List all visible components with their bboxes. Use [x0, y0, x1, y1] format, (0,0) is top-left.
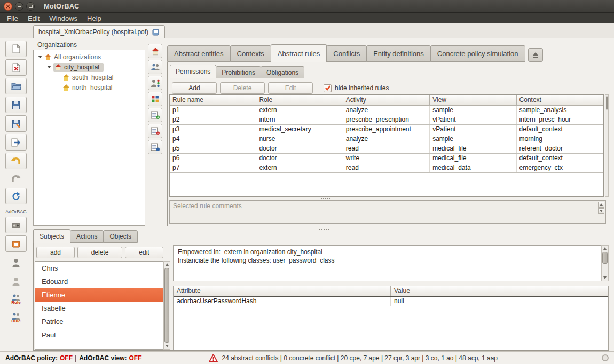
subject-item-paul[interactable]: Paul — [35, 328, 170, 342]
column-header-rule-name[interactable]: Rule name — [170, 95, 256, 106]
tab-contexts[interactable]: Contexts — [230, 45, 271, 62]
rule-row-p1[interactable]: p1 extern analyze sample sample_analysis — [170, 106, 603, 115]
rule-row-p6[interactable]: p6 doctor write medical_file default_con… — [170, 154, 603, 163]
redo-button[interactable] — [5, 170, 27, 187]
add-subject-button[interactable]: add — [36, 247, 75, 258]
maximize-button[interactable] — [26, 2, 35, 11]
rules-table-scrollbar[interactable] — [605, 94, 609, 197]
tree-item-city-hospital[interactable]: city_hospital — [34, 62, 145, 72]
minimize-button[interactable] — [15, 2, 23, 11]
delete-subject-button[interactable]: delete — [77, 247, 122, 258]
undo-button[interactable] — [5, 153, 27, 169]
column-header-view[interactable]: View — [430, 95, 516, 106]
column-header-attribute[interactable]: Attribute — [174, 286, 391, 296]
delete-rule-button[interactable]: Delete — [220, 82, 265, 94]
splitter-handle[interactable] — [319, 228, 329, 231]
column-header-context[interactable]: Context — [517, 95, 603, 106]
tree-item-all-organizations[interactable]: All organizations — [34, 52, 145, 62]
organization-icon — [62, 84, 70, 91]
scroll-down-arrow[interactable] — [164, 343, 170, 349]
attribute-row[interactable]: adorbacUserPasswordHash null — [174, 296, 608, 306]
role-assignment-button[interactable]: Role — [5, 291, 27, 307]
rule-row-p3[interactable]: p3 medical_secretary prescribe_appointme… — [170, 125, 603, 134]
entity-categories-button[interactable] — [148, 92, 162, 106]
remove-entry-button[interactable] — [148, 124, 162, 138]
rule-cell: write — [343, 154, 430, 163]
subject-item-edouard[interactable]: Edouard — [35, 275, 170, 288]
detach-view-button[interactable] — [528, 48, 543, 62]
tab-obligations[interactable]: Obligations — [261, 66, 304, 78]
add-entry-button[interactable] — [148, 108, 162, 122]
refresh-button[interactable] — [5, 188, 27, 204]
subject-info-box[interactable]: Empowered in: extern in organization cit… — [173, 245, 609, 281]
splitter-handle[interactable] — [320, 197, 331, 200]
tab-conflicts[interactable]: Conflicts — [326, 45, 367, 62]
user-button[interactable] — [5, 254, 27, 271]
save-policy-button[interactable] — [5, 97, 27, 113]
close-button[interactable] — [4, 2, 12, 11]
scroll-up-arrow[interactable] — [602, 246, 608, 251]
rule-cell: p6 — [170, 154, 256, 163]
entity-tab-bar: Subjects Actions Objects — [33, 228, 137, 243]
tab-objects[interactable]: Objects — [103, 230, 138, 243]
tab-subjects[interactable]: Subjects — [33, 229, 70, 243]
subject-info-scrollbar[interactable] — [601, 245, 609, 281]
save-policy-as-button[interactable] — [5, 115, 27, 132]
organization-users-button[interactable] — [148, 60, 162, 74]
new-policy-button[interactable] — [5, 41, 27, 57]
tab-entity-definitions[interactable]: Entity definitions — [366, 45, 431, 62]
close-policy-button[interactable] — [5, 59, 27, 76]
scroll-up-arrow[interactable] — [164, 262, 170, 267]
entry-info-button[interactable] — [148, 140, 162, 154]
tab-actions[interactable]: Actions — [70, 230, 104, 243]
rule-row-p2[interactable]: p2 intern prescribe_prescription vPatien… — [170, 115, 603, 125]
rule-row-p5[interactable]: p5 doctor read medical_file referent_doc… — [170, 144, 603, 154]
tab-concrete-policy-simulation[interactable]: Concrete policy simulation — [430, 45, 525, 62]
column-header-activity[interactable]: Activity — [343, 95, 430, 106]
scroll-thumb[interactable] — [164, 268, 169, 343]
user-secondary-button[interactable] — [5, 273, 27, 289]
subject-item-chris[interactable]: Chris — [35, 262, 170, 275]
tab-permissions[interactable]: Permissions — [170, 65, 216, 78]
add-rule-button[interactable]: Add — [172, 82, 217, 94]
column-header-role[interactable]: Role — [256, 95, 343, 106]
edit-subject-button[interactable]: edit — [125, 247, 163, 258]
subject-item-isabelle[interactable]: Isabelle — [35, 302, 170, 315]
role-hierarchy-button[interactable] — [148, 76, 162, 90]
scroll-down-arrow[interactable] — [602, 275, 608, 281]
chevron-down-icon[interactable] — [38, 56, 42, 58]
close-icon — [6, 4, 10, 9]
tree-item-south-hospital[interactable]: south_hospital — [34, 72, 145, 82]
rule-comments-box[interactable]: Selected rule comments — [169, 200, 606, 224]
menu-windows[interactable]: Windows — [44, 14, 82, 23]
export-policy-button[interactable] — [5, 134, 27, 151]
hide-inherited-rules-checkbox[interactable]: hide inherited rules — [324, 84, 389, 92]
document-tab[interactable]: hospital_XmlOrbacPolicy (hospital.pof) — [33, 25, 165, 38]
rule-cell: nurse — [256, 134, 343, 144]
resize-grip[interactable] — [602, 354, 609, 361]
menu-help[interactable]: Help — [82, 14, 106, 23]
tab-abstract-entities[interactable]: Abstract entities — [167, 45, 231, 62]
add-organization-button[interactable] — [148, 44, 162, 58]
menu-edit[interactable]: Edit — [23, 14, 44, 23]
scroll-thumb[interactable] — [606, 96, 608, 110]
rule-row-p7[interactable]: p7 extern read medical_data emergency_ct… — [170, 163, 603, 173]
menu-file[interactable]: File — [2, 14, 23, 23]
scroll-thumb[interactable] — [602, 252, 608, 264]
subjects-list-scrollbar[interactable] — [163, 261, 170, 350]
adorbac-view-button[interactable] — [5, 235, 27, 252]
column-header-value[interactable]: Value — [391, 286, 608, 296]
open-policy-button[interactable] — [5, 78, 27, 94]
rule-row-p4[interactable]: p4 nurse analyze sample morning — [170, 134, 603, 144]
rule-assignment-button[interactable]: Rule — [5, 310, 27, 326]
tab-abstract-rules[interactable]: Abstract rules — [271, 44, 327, 62]
chevron-down-icon[interactable] — [47, 66, 51, 68]
scroll-down-arrow[interactable] — [598, 208, 604, 214]
subject-item-etienne[interactable]: Etienne — [35, 288, 170, 302]
adorbac-policy-button[interactable] — [5, 217, 27, 233]
tab-prohibitions[interactable]: Prohibitions — [216, 66, 261, 78]
subject-item-patrice[interactable]: Patrice — [35, 315, 170, 328]
edit-rule-button[interactable]: Edit — [268, 82, 313, 94]
scroll-up-arrow[interactable] — [598, 202, 604, 208]
tree-item-north-hospital[interactable]: north_hospital — [34, 82, 145, 92]
